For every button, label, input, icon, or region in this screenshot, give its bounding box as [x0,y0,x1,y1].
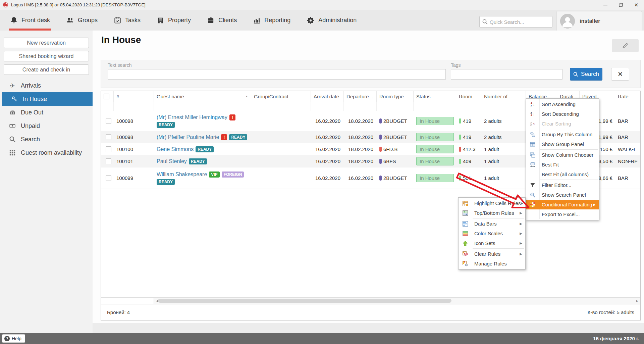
scrollbar-thumb[interactable] [158,299,451,303]
tags-input[interactable] [451,69,562,80]
quick-search-input[interactable] [490,19,543,25]
submenu-item-clear-rules[interactable]: Clear Rules ▶ [459,249,525,259]
menu-item-export-to-excel[interactable]: Export to Excel... [526,209,599,219]
sidebar-item-in-house[interactable]: In House [2,92,93,106]
status-badge: In House [416,174,454,182]
new-reservation-button[interactable]: New reservation [4,38,89,48]
help-button[interactable]: ? Help [2,334,25,343]
guest-name-link[interactable]: Gene Simmons [157,146,194,152]
status-badge: In House [416,157,454,165]
nav-label: Property [168,17,191,24]
select-all-checkbox[interactable] [104,94,109,99]
menu-item-filter-editor[interactable]: Filter Editor... [526,180,599,190]
guest-name-link[interactable]: (Mr) Pfeiffer Pauline Marie [157,134,219,140]
room-type-cell: 2BUDGET [377,167,414,189]
row-checkbox[interactable] [106,175,111,181]
guest-name-link[interactable]: William Shakespeare [157,171,207,178]
nav-property[interactable]: Property [157,10,191,31]
guest-name-link[interactable]: Paul Stenley [157,158,187,164]
menu-item-conditional-formatting[interactable]: Conditional Formatting ▶ [526,200,599,209]
edit-view-button[interactable] [612,39,639,52]
nav-reporting[interactable]: Reporting [253,10,290,31]
header-status[interactable]: Status [414,91,456,102]
row-checkbox[interactable] [106,134,111,140]
sidebar-item-label: Arrivals [21,82,41,89]
text-search-input[interactable] [108,69,446,80]
clear-sorting-icon: AZ✕ [526,121,539,126]
guest-name-cell: William ShakespeareVIPFOREIGN READY [154,167,251,189]
maximize-button[interactable] [613,0,629,10]
submenu-item-manage-rules[interactable]: Manage Rules [459,259,525,268]
nav-tasks[interactable]: Tasks [114,10,141,31]
header-number-of[interactable]: Number of... [481,91,526,102]
create-and-check-in-button[interactable]: Create and check in [4,64,89,75]
header-room-type[interactable]: Room type [377,91,414,102]
arrival-date-cell: 16.02.2020 [311,131,344,143]
submenu-arrow-icon: ▶ [520,211,522,215]
reservation-number-link[interactable]: 100101 [114,155,154,167]
sidebar-item-guest-room-availability[interactable]: Guest room availability [0,146,93,159]
horizontal-scrollbar[interactable]: ◄ ► [101,297,640,304]
menu-item-best-fit[interactable]: Best Fit [526,160,599,169]
sidebar-item-due-out[interactable]: Due Out [0,106,93,119]
submenu-item-data-bars[interactable]: Data Bars ▶ [459,219,525,229]
minimize-button[interactable] [598,0,613,10]
submenu-item-icon-sets[interactable]: Icon Sets ▶ [459,238,525,248]
bell-icon [10,16,18,24]
header-rate[interactable]: Rate [615,91,640,102]
user-menu[interactable]: installer [556,11,642,31]
clear-search-button[interactable]: ✕ [611,68,629,81]
row-checkbox[interactable] [106,118,111,124]
sidebar-item-unpaid[interactable]: Unpaid [0,119,93,133]
tags-label: Tags [451,62,461,68]
nav-clients[interactable]: Clients [207,10,237,31]
sidebar-item-arrivals[interactable]: ✈ Arrivals [0,79,93,92]
group-by-icon [526,132,539,137]
vip-badge: VIP [209,171,219,178]
header-number[interactable]: # [114,91,154,102]
menu-item-show-search-panel[interactable]: Show Search Panel [526,190,599,200]
close-button[interactable]: ✕ [629,0,644,10]
row-checkbox[interactable] [106,146,111,152]
header-guest-name[interactable]: Guest name▲ [154,91,251,102]
header-select-all[interactable] [101,91,114,102]
menu-item-sort-ascending[interactable]: AZ↓ Sort Ascending [526,99,599,109]
reservation-number-link[interactable]: 100098 [114,131,154,143]
reservation-number-link[interactable]: 100099 [114,167,154,189]
menu-item-group-by-this-column[interactable]: Group By This Column [526,130,599,139]
avatar [560,14,575,29]
arrival-date-cell: 16.02.2020 [311,111,344,131]
submenu-item-highlight-cells-rules[interactable]: Highlight Cells Rules ▶ [459,198,525,208]
clear-rules-icon [459,251,472,257]
guests-count: К-во гостей: 5 adults [588,309,634,315]
scroll-right-arrow[interactable]: ► [636,298,639,304]
nav-administration[interactable]: Administration [307,10,357,31]
status-cell: In House [414,111,456,131]
header-departure-date[interactable]: Departure... [344,91,377,102]
menu-separator [540,129,598,129]
guest-count-cell: 2 adults [481,111,526,131]
menu-item-sort-descending[interactable]: ZA↓ Sort Descending [526,109,599,119]
menu-item-show-column-chooser[interactable]: Show Column Chooser [526,150,599,160]
shared-booking-wizard-button[interactable]: Shared booking wizard [4,51,89,61]
submenu-arrow-icon: ▶ [520,252,522,256]
search-button[interactable]: Search [570,68,602,81]
header-room[interactable]: Room [456,91,481,102]
menu-item-best-fit-all-columns[interactable]: Best Fit (all columns) [526,169,599,179]
header-group-contract[interactable]: Group/Contract [251,91,311,102]
submenu-item-color-scales[interactable]: Color Scales ▶ [459,229,525,238]
nav-front-desk[interactable]: Front desk [10,10,50,31]
sidebar-item-search[interactable]: Search [0,133,93,146]
submenu-item-top-bottom-rules[interactable]: Top/Bottom Rules ▶ [459,208,525,218]
conditional-formatting-icon [526,202,539,207]
grid-summary-bar: Броней: 4 К-во гостей: 5 adults [101,304,640,320]
scrollbar-corner [101,298,154,304]
reservation-number-link[interactable]: 100100 [114,143,154,155]
guest-name-link[interactable]: (Mr) Ernest Miller Hemingway [157,114,227,120]
row-checkbox[interactable] [106,158,111,164]
bookings-count: Броней: 4 [107,309,130,315]
reservation-number-link[interactable]: 100098 [114,111,154,131]
nav-groups[interactable]: Groups [66,10,98,31]
header-arrival-date[interactable]: Arrival date [311,91,344,102]
menu-item-show-group-panel[interactable]: Show Group Panel [526,139,599,149]
